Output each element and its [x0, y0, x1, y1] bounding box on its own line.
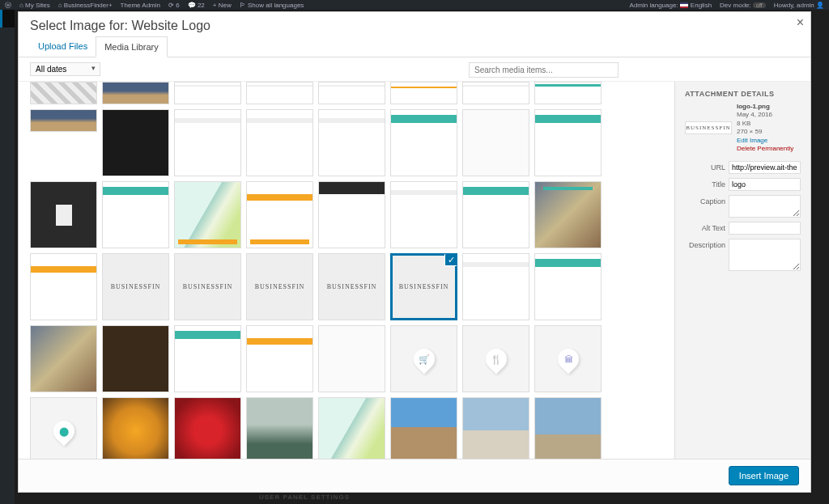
description-label: Description [685, 239, 725, 249]
media-thumb[interactable]: 🛒 [390, 325, 457, 392]
media-thumb[interactable] [462, 253, 529, 320]
media-thumb[interactable] [102, 397, 169, 459]
modal-title: Select Image for: Website Logo [30, 19, 799, 33]
media-grid[interactable]: BUSINESSFIN BUSINESSFIN BUSINESSFIN BUSI… [19, 82, 674, 459]
media-thumb[interactable]: 🏛 [534, 325, 602, 392]
modal-header: Select Image for: Website Logo × [19, 12, 810, 36]
attachment-preview-thumb: BUSINESSFIN [685, 121, 732, 134]
media-thumb[interactable] [102, 181, 169, 248]
title-label: Title [685, 178, 725, 188]
media-thumb[interactable] [462, 181, 529, 248]
description-field[interactable] [729, 239, 801, 271]
dev-mode[interactable]: Dev mode: off [720, 2, 766, 9]
media-tabs: Upload Files Media Library [19, 36, 810, 57]
media-thumb[interactable] [462, 397, 529, 459]
media-thumb[interactable]: BUSINESSFIN [174, 253, 241, 320]
media-thumb[interactable]: BUSINESSFIN [246, 253, 313, 320]
media-thumb[interactable] [318, 82, 385, 104]
media-toolbar: All dates [19, 57, 810, 82]
attachment-details-heading: ATTACHMENT DETAILS [685, 90, 801, 98]
media-thumb[interactable] [174, 397, 241, 459]
modal-footer: Insert Image [19, 459, 810, 492]
comments-link[interactable]: 💬 22 [188, 2, 205, 9]
attachment-meta: logo-1.png May 4, 2016 8 KB 270 × 59 Edi… [737, 103, 793, 153]
media-thumb[interactable] [102, 325, 169, 392]
attachment-details-panel: ATTACHMENT DETAILS BUSINESSFIN logo-1.pn… [674, 82, 810, 459]
media-thumb[interactable] [390, 109, 457, 176]
date-filter-select[interactable]: All dates [30, 62, 100, 76]
pin-icon: ⬤ [59, 426, 69, 436]
media-thumb[interactable] [462, 82, 529, 104]
admin-menu-collapsed[interactable] [0, 10, 15, 504]
media-thumb[interactable] [318, 181, 385, 248]
url-label: URL [685, 161, 725, 172]
media-thumb[interactable] [246, 82, 313, 104]
media-thumb[interactable]: 🍴 [462, 325, 529, 392]
my-sites-link[interactable]: ⌂ My Sites [19, 2, 50, 9]
media-thumb[interactable] [30, 253, 97, 320]
alt-text-field[interactable] [729, 222, 801, 235]
cart-icon: 🛒 [419, 354, 430, 364]
media-thumb[interactable]: ⬤ [30, 397, 97, 459]
media-thumb[interactable] [534, 82, 602, 104]
media-thumb[interactable] [390, 82, 457, 104]
media-thumb[interactable] [462, 109, 529, 176]
admin-bar: ⓦ ⌂ My Sites ⌂ BusinessFinder+ Theme Adm… [0, 0, 829, 10]
search-input[interactable] [469, 62, 619, 78]
bank-icon: 🏛 [563, 354, 572, 364]
check-icon: ✓ [444, 253, 457, 266]
media-thumb[interactable] [102, 82, 169, 104]
media-thumb[interactable] [318, 397, 385, 459]
media-thumb[interactable] [174, 181, 241, 248]
media-thumb[interactable] [102, 109, 169, 176]
media-thumb[interactable]: BUSINESSFIN [102, 253, 169, 320]
media-thumb[interactable] [174, 325, 241, 392]
media-thumb[interactable] [30, 82, 97, 104]
media-thumb[interactable] [30, 325, 97, 392]
media-thumb[interactable] [534, 397, 602, 459]
media-thumb[interactable] [30, 109, 97, 132]
new-link[interactable]: + New [213, 2, 232, 9]
delete-permanently-link[interactable]: Delete Permanently [737, 145, 793, 152]
theme-admin-link[interactable]: Theme Admin [121, 2, 160, 9]
languages-link[interactable]: 🏳 Show all languages [240, 2, 304, 9]
media-thumb[interactable] [246, 325, 313, 392]
edit-image-link[interactable]: Edit Image [737, 137, 767, 144]
media-thumb[interactable] [534, 109, 602, 176]
media-modal: Select Image for: Website Logo × Upload … [18, 11, 811, 493]
media-thumb-selected[interactable]: BUSINESSFIN✓ [390, 253, 457, 320]
insert-image-button[interactable]: Insert Image [729, 466, 799, 485]
admin-language[interactable]: Admin language: English [630, 2, 712, 9]
close-icon[interactable]: × [797, 15, 804, 30]
tab-upload-files[interactable]: Upload Files [30, 36, 96, 57]
media-thumb[interactable]: BUSINESSFIN [318, 253, 385, 320]
caption-field[interactable] [729, 195, 801, 218]
media-thumb[interactable] [30, 181, 97, 248]
underlying-heading: USER PANEL SETTINGS [259, 493, 350, 501]
howdy-link[interactable]: Howdy, admin 👤 [774, 2, 824, 9]
media-thumb[interactable] [534, 253, 602, 320]
updates-link[interactable]: ⟳ 6 [168, 2, 180, 9]
media-thumb[interactable] [318, 325, 385, 392]
fork-icon: 🍴 [491, 354, 502, 364]
wp-logo-icon[interactable]: ⓦ [5, 1, 11, 10]
alt-text-label: Alt Text [685, 222, 725, 232]
media-thumb[interactable] [246, 397, 313, 459]
media-thumb[interactable] [534, 181, 602, 248]
url-field[interactable] [729, 161, 801, 174]
title-field[interactable] [729, 178, 801, 191]
tab-media-library[interactable]: Media Library [96, 36, 168, 57]
media-thumb[interactable] [318, 109, 385, 176]
site-name-link[interactable]: ⌂ BusinessFinder+ [58, 2, 113, 9]
media-thumb[interactable] [390, 397, 457, 459]
media-thumb[interactable] [246, 109, 313, 176]
media-thumb[interactable] [390, 181, 457, 248]
media-thumb[interactable] [174, 82, 241, 104]
caption-label: Caption [685, 195, 725, 205]
media-thumb[interactable] [246, 181, 313, 248]
media-thumb[interactable] [174, 109, 241, 176]
